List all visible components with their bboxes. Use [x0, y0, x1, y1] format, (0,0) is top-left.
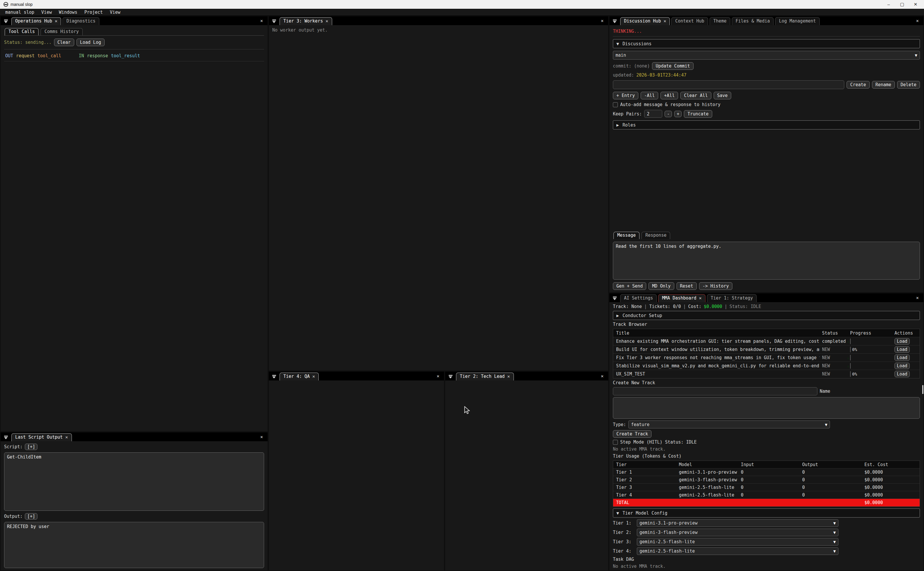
truncate-button[interactable]: Truncate [684, 110, 712, 118]
panel-menu-icon[interactable] [271, 18, 277, 25]
tab-ai-settings[interactable]: AI Settings [620, 294, 657, 302]
close-button[interactable]: ✕ [909, 0, 922, 9]
scrollbar-thumb[interactable] [922, 385, 923, 394]
tab-message[interactable]: Message [613, 232, 639, 239]
tab-diagnostics[interactable]: Diagnostics [63, 17, 99, 25]
menu-item-view[interactable]: View [38, 9, 55, 15]
output-textarea[interactable]: REJECTED by user [4, 522, 264, 568]
separator: | [644, 304, 647, 309]
tab-files-media[interactable]: Files & Media [732, 17, 773, 25]
panel-close-icon[interactable]: ✕ [599, 18, 606, 25]
tab-last-script-output[interactable]: Last Script Output ✕ [11, 434, 72, 441]
tab-response[interactable]: Response [642, 232, 670, 239]
minimize-button[interactable]: – [882, 0, 895, 9]
load-button[interactable]: Load [895, 346, 910, 353]
panel-close-icon[interactable]: ✕ [599, 373, 606, 380]
panel-menu-icon[interactable] [447, 373, 454, 380]
load-button[interactable]: Load [895, 363, 910, 369]
tab-operations-hub[interactable]: Operations Hub ✕ [11, 17, 61, 25]
cost-cell: $0.0000 [862, 469, 919, 475]
rename-button[interactable]: Rename [872, 81, 895, 88]
script-expand-button[interactable]: [+] [25, 444, 37, 450]
script-textarea[interactable]: Get-ChildItem [4, 452, 264, 511]
add-entry-button[interactable]: + Entry [613, 92, 638, 99]
col-header-tier: Tier [614, 461, 676, 468]
panel-close-icon[interactable]: ✕ [914, 18, 921, 25]
expand-all-button[interactable]: +All [661, 92, 678, 99]
panel-close-icon[interactable]: ✕ [434, 373, 442, 380]
tab-close-icon[interactable]: ✕ [65, 435, 68, 440]
keep-pairs-input[interactable] [644, 110, 662, 118]
menu-item-manual-slop[interactable]: manual slop [2, 9, 37, 15]
tier4-model-select[interactable]: gemini-2.5-flash-lite ▼ [637, 547, 838, 555]
tab-tier3-workers[interactable]: Tier 3: Workers ✕ [280, 17, 332, 25]
output-expand-button[interactable]: [+] [25, 513, 37, 520]
tab-mma-dashboard[interactable]: MMA Dashboard ✕ [658, 294, 705, 302]
conductor-setup-header[interactable]: ▶ Conductor Setup [613, 311, 920, 320]
clear-button[interactable]: Clear [54, 39, 74, 46]
to-history-button[interactable]: -> History [699, 282, 732, 290]
tier1-model-select[interactable]: gemini-3.1-pro-preview ▼ [637, 519, 838, 527]
tab-close-icon[interactable]: ✕ [507, 374, 510, 379]
tab-context-hub[interactable]: Context Hub [671, 17, 708, 25]
load-log-button[interactable]: Load Log [77, 39, 105, 46]
tab-theme[interactable]: Theme [710, 17, 730, 25]
step-mode-checkbox[interactable] [613, 440, 618, 445]
subtab-tool-calls[interactable]: Tool Calls [5, 28, 38, 35]
load-button[interactable]: Load [895, 338, 910, 344]
tab-tier2-tech-lead[interactable]: Tier 2: Tech Lead ✕ [456, 373, 514, 380]
panel-close-icon[interactable]: ✕ [258, 434, 265, 441]
panel-menu-icon[interactable] [611, 18, 618, 25]
clear-all-button[interactable]: Clear All [681, 92, 711, 99]
md-only-button[interactable]: MD Only [648, 282, 674, 290]
panel-menu-icon[interactable] [2, 18, 9, 25]
create-track-button[interactable]: Create Track [613, 430, 651, 438]
tab-tier4-qa[interactable]: Tier 4: QA ✕ [280, 373, 319, 380]
panel-menu-icon[interactable] [271, 373, 277, 380]
panel-menu-icon[interactable] [611, 295, 618, 302]
update-commit-button[interactable]: Update Commit [652, 62, 693, 70]
menu-item-project[interactable]: Project [82, 9, 106, 15]
roles-section-header[interactable]: ▶ Roles [613, 120, 920, 130]
panel-menu-icon[interactable] [2, 434, 9, 441]
gen-send-button[interactable]: Gen + Send [613, 282, 646, 290]
reset-button[interactable]: Reset [676, 282, 697, 290]
load-button[interactable]: Load [895, 355, 910, 361]
maximize-button[interactable]: ▢ [895, 0, 909, 9]
delete-button[interactable]: Delete [897, 81, 920, 88]
discussion-name-input[interactable] [613, 80, 844, 89]
keep-pairs-minus-button[interactable]: - [665, 111, 672, 117]
section-label: Discussions [622, 41, 651, 46]
tool-call-log-row[interactable]: OUT request tool_call IN response tool_r… [4, 51, 264, 61]
ops-subtabs: Tool Calls Comms History [4, 28, 264, 35]
tab-discussion-hub[interactable]: Discussion Hub ✕ [620, 17, 670, 25]
menu-item-windows[interactable]: Windows [56, 9, 80, 15]
track-description-textarea[interactable] [613, 397, 920, 419]
keep-pairs-plus-button[interactable]: + [674, 111, 682, 117]
collapse-all-button[interactable]: -All [641, 92, 658, 99]
track-name-input[interactable] [613, 387, 818, 395]
tab-tier1-strategy[interactable]: Tier 1: Strategy [707, 294, 757, 302]
message-textarea[interactable]: Read the first 10 lines of aggregate.py. [613, 242, 920, 280]
discussion-select[interactable]: main ▼ [613, 51, 920, 60]
tab-close-icon[interactable]: ✕ [312, 374, 315, 379]
save-button[interactable]: Save [714, 92, 731, 99]
menu-item-view-2[interactable]: View [107, 9, 123, 15]
discussions-section-header[interactable]: ▼ Discussions [613, 39, 920, 48]
step-mode-label: Step Mode (HITL) Status: IDLE [620, 440, 697, 445]
tab-close-icon[interactable]: ✕ [699, 295, 702, 301]
tab-log-management[interactable]: Log Management [775, 17, 819, 25]
tab-close-icon[interactable]: ✕ [55, 19, 57, 24]
load-button[interactable]: Load [895, 371, 910, 377]
tab-close-icon[interactable]: ✕ [325, 19, 328, 24]
tab-close-icon[interactable]: ✕ [664, 19, 666, 24]
panel-close-icon[interactable]: ✕ [258, 18, 265, 25]
subtab-comms-history[interactable]: Comms History [41, 28, 82, 35]
track-type-select[interactable]: feature ▼ [628, 420, 830, 428]
panel-close-icon[interactable]: ✕ [914, 295, 921, 302]
tier-model-config-header[interactable]: ▼ Tier Model Config [613, 508, 920, 517]
autoadd-checkbox[interactable] [613, 102, 618, 107]
tier2-model-select[interactable]: gemini-3-flash-preview ▼ [637, 529, 838, 536]
create-button[interactable]: Create [847, 81, 869, 88]
tier3-model-select[interactable]: gemini-2.5-flash-lite ▼ [637, 538, 838, 546]
